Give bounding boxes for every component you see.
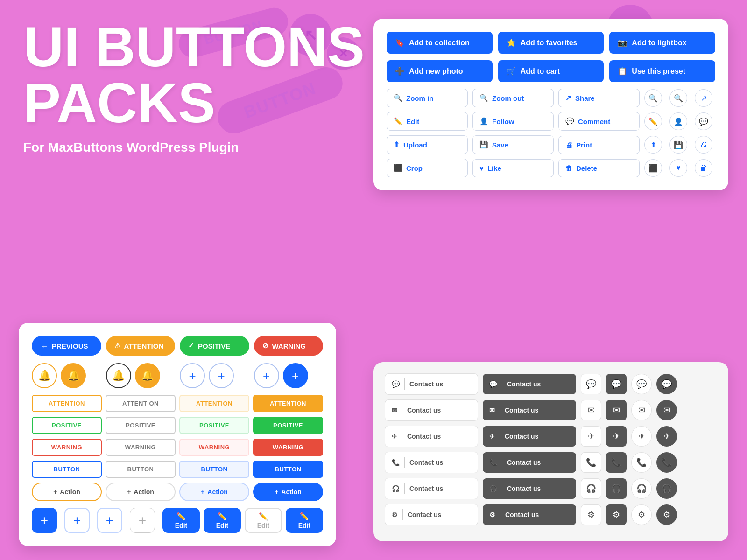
add-white-sq-3[interactable]: + (130, 508, 155, 533)
edit-icon-sm[interactable]: ✏️ (644, 112, 662, 130)
contact-gear-dark[interactable]: ⚙ Contact us (483, 504, 576, 525)
edit-blue-1[interactable]: ✏️ Edit (162, 508, 200, 533)
save-icon-sm[interactable]: 💾 (669, 136, 687, 154)
contact-email-white[interactable]: ✉ Contact us (385, 399, 478, 421)
chat-circle-white[interactable]: 💬 (631, 374, 652, 394)
crop-button[interactable]: ⬛ Crop (387, 159, 468, 177)
delete-button[interactable]: 🗑 Delete (558, 159, 640, 177)
email-circle-dark[interactable]: ✉ (656, 400, 677, 420)
zoom-out-button[interactable]: 🔍 Zoom out (472, 89, 554, 107)
button-fill-lightblue[interactable]: BUTTON (179, 461, 249, 478)
contact-send-dark[interactable]: ✈ Contact us (483, 426, 576, 447)
warning-fill-red[interactable]: WARNING (253, 439, 323, 456)
bell-fill-yellow2[interactable]: 🔔 (135, 363, 160, 388)
print-icon-sm[interactable]: 🖨 (695, 136, 712, 154)
comment-icon-sm[interactable]: 💬 (695, 112, 712, 130)
warning-fill-lightred[interactable]: WARNING (179, 439, 249, 456)
plus-outline-blue2[interactable]: + (209, 363, 234, 388)
gear-sq-dark[interactable]: ⚙ (606, 504, 627, 525)
phone-sq-dark[interactable]: 📞 (606, 452, 627, 473)
add-white-sq-1[interactable]: + (64, 508, 90, 533)
headset-circle-dark[interactable]: 🎧 (656, 478, 677, 499)
positive-fill-lightgreen[interactable]: POSITIVE (179, 417, 249, 434)
contact-email-dark[interactable]: ✉ Contact us (483, 400, 576, 420)
button-fill-blue[interactable]: BUTTON (253, 461, 323, 478)
bell-fill-yellow[interactable]: 🔔 (61, 363, 86, 388)
save-button[interactable]: 💾 Save (472, 135, 554, 154)
chat-circle-dark[interactable]: 💬 (656, 374, 677, 394)
action-outline-yellow[interactable]: + Action (32, 483, 102, 501)
previous-button[interactable]: ← PREVIOUS (32, 336, 101, 356)
gear-circle-dark[interactable]: ⚙ (656, 504, 677, 525)
phone-circle-white[interactable]: 📞 (631, 452, 652, 473)
send-circle-dark[interactable]: ✈ (656, 426, 677, 447)
button-outline-blue[interactable]: BUTTON (32, 461, 102, 478)
like-button[interactable]: ♥ Like (472, 159, 554, 177)
add-new-photo-button[interactable]: ➕ Add new photo (387, 60, 493, 82)
chat-sq-dark[interactable]: 💬 (606, 374, 627, 394)
plus-fill-blue[interactable]: + (283, 363, 308, 388)
attention-outline-white[interactable]: ATTENTION (106, 395, 176, 412)
edit-blue-2[interactable]: ✏️ Edit (204, 508, 241, 533)
contact-phone-white[interactable]: 📞 Contact us (385, 452, 478, 473)
attention-fill-yellow[interactable]: ATTENTION (253, 395, 323, 412)
warning-outline-white[interactable]: WARNING (106, 439, 176, 456)
comment-button[interactable]: 💬 Comment (558, 112, 640, 131)
headset-circle-white[interactable]: 🎧 (631, 478, 652, 499)
send-sq-white[interactable]: ✈ (581, 426, 601, 447)
zoom-out-icon-sm[interactable]: 🔍 (669, 89, 687, 107)
email-sq-dark[interactable]: ✉ (606, 400, 627, 420)
action-fill-blue[interactable]: + Action (253, 483, 323, 501)
attention-button[interactable]: ⚠ ATTENTION (106, 336, 176, 356)
plus-outline-blue3[interactable]: + (254, 363, 279, 388)
add-white-sq-2[interactable]: + (97, 508, 122, 533)
attention-outline-yellow[interactable]: ATTENTION (32, 395, 102, 412)
print-button[interactable]: 🖨 Print (558, 136, 640, 154)
add-blue-sq-1[interactable]: + (32, 508, 57, 533)
headset-sq-white[interactable]: 🎧 (581, 478, 601, 499)
headset-sq-dark[interactable]: 🎧 (606, 478, 627, 499)
positive-outline-white[interactable]: POSITIVE (106, 417, 176, 434)
zoom-in-icon-sm[interactable]: 🔍 (644, 89, 662, 107)
positive-outline-green[interactable]: POSITIVE (32, 417, 102, 434)
contact-chat-dark[interactable]: 💬 Contact us (483, 374, 576, 394)
positive-button[interactable]: ✓ POSITIVE (180, 336, 249, 356)
upload-button[interactable]: ⬆ Upload (387, 135, 468, 154)
edit-button[interactable]: ✏️ Edit (387, 112, 468, 131)
button-outline-white[interactable]: BUTTON (106, 461, 176, 478)
follow-icon-sm[interactable]: 👤 (669, 112, 687, 130)
heart-icon-sm[interactable]: ♥ (669, 159, 687, 177)
crop-icon-sm[interactable]: ⬛ (644, 159, 662, 177)
contact-headset-dark[interactable]: 🎧 Contact us (483, 478, 576, 499)
edit-blue-3[interactable]: ✏️ Edit (286, 508, 323, 533)
trash-icon-sm[interactable]: 🗑 (695, 159, 712, 177)
warning-button[interactable]: ⊘ WARNING (254, 336, 324, 356)
share-icon-sm[interactable]: ↗ (695, 89, 712, 107)
bell-outline-dark[interactable]: 🔔 (106, 363, 131, 388)
warning-outline-red[interactable]: WARNING (32, 439, 102, 456)
email-sq-white[interactable]: ✉ (581, 400, 601, 420)
follow-button[interactable]: 👤 Follow (472, 112, 554, 131)
plus-outline-blue[interactable]: + (180, 363, 205, 388)
contact-headset-white[interactable]: 🎧 Contact us (385, 478, 478, 499)
positive-fill-green[interactable]: POSITIVE (253, 417, 323, 434)
upload-icon-sm[interactable]: ⬆ (644, 136, 662, 154)
zoom-in-button[interactable]: 🔍 Zoom in (387, 89, 468, 107)
add-to-cart-button[interactable]: 🛒 Add to cart (498, 60, 604, 82)
action-outline-gray[interactable]: + Action (106, 483, 176, 501)
send-circle-white[interactable]: ✈ (631, 426, 652, 447)
contact-chat-white[interactable]: 💬 Contact us (385, 373, 478, 395)
use-this-preset-button[interactable]: 📋 Use this preset (609, 60, 715, 82)
edit-white-1[interactable]: ✏️ Edit (245, 508, 282, 533)
gear-circle-white[interactable]: ⚙ (631, 504, 652, 525)
action-fill-lightblue[interactable]: + Action (179, 483, 249, 501)
email-circle-white[interactable]: ✉ (631, 400, 652, 420)
gear-sq-white[interactable]: ⚙ (581, 504, 601, 525)
contact-send-white[interactable]: ✈ Contact us (385, 426, 478, 447)
add-to-favorites-button[interactable]: ⭐ Add to favorites (498, 32, 604, 54)
phone-sq-white[interactable]: 📞 (581, 452, 601, 473)
contact-phone-dark[interactable]: 📞 Contact us (483, 452, 576, 473)
send-sq-dark[interactable]: ✈ (606, 426, 627, 447)
add-to-collection-button[interactable]: 🔖 Add to collection (387, 32, 493, 54)
bell-outline-yellow[interactable]: 🔔 (32, 363, 57, 388)
